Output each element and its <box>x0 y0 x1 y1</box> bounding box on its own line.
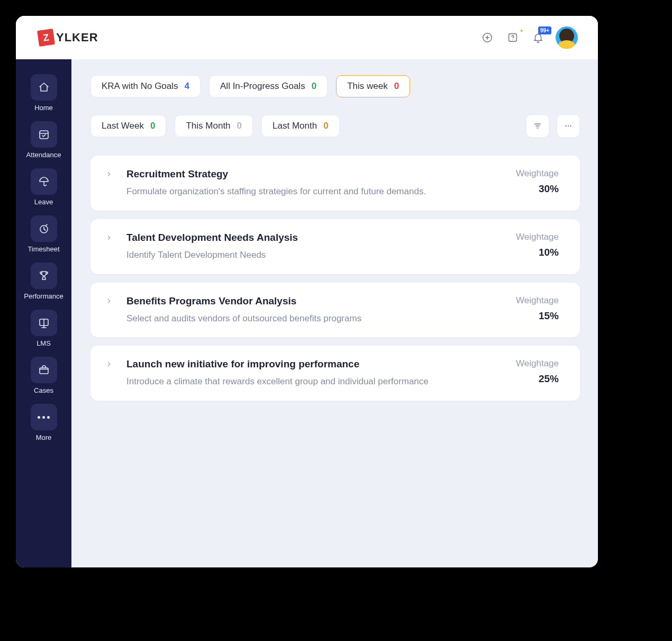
filter-chip[interactable]: Last Week0 <box>90 115 166 137</box>
filter-chip-label: This Month <box>186 121 230 131</box>
trophy-icon <box>38 269 50 282</box>
body: HomeAttendanceLeaveTimesheetPerformanceL… <box>16 59 598 567</box>
kra-description: Formulate organization's staffing strate… <box>126 185 485 198</box>
logo[interactable]: Z YLKER <box>38 30 98 46</box>
kra-title: Recruitment Strategy <box>126 168 485 180</box>
weightage-value: 10% <box>495 247 559 258</box>
briefcase-icon <box>38 364 50 376</box>
more-icon <box>38 416 50 419</box>
expand-toggle[interactable] <box>105 360 116 370</box>
filter-chip-label: Last Month <box>273 121 317 131</box>
app-frame: Z YLKER ✦ 99+ HomeAttendanceLeaveTimeshe… <box>16 16 598 567</box>
filter-chip-label: KRA with No Goals <box>102 81 178 92</box>
kra-card-body: Benefits Programs Vendor AnalysisSelect … <box>126 295 485 325</box>
svg-point-19 <box>570 125 571 127</box>
kra-card-body: Talent Development Needs AnalysisIdentif… <box>126 232 485 261</box>
kra-weightage: Weightage25% <box>495 358 559 385</box>
kra-title: Benefits Programs Vendor Analysis <box>126 295 485 307</box>
filter-bar: KRA with No Goals4All In-Progress Goals0… <box>90 75 580 138</box>
board-icon <box>38 317 50 329</box>
kra-card-body: Recruitment StrategyFormulate organizati… <box>126 168 485 198</box>
filter-chip[interactable]: Last Month0 <box>261 115 340 137</box>
logo-text: YLKER <box>56 31 98 44</box>
filter-button[interactable] <box>526 114 549 138</box>
svg-point-4 <box>512 40 513 40</box>
sidebar-item-timesheet[interactable]: Timesheet <box>20 215 68 259</box>
kra-card: Talent Development Needs AnalysisIdentif… <box>90 219 580 274</box>
sidebar-item-label: Attendance <box>26 151 61 159</box>
expand-toggle[interactable] <box>105 234 116 243</box>
filter-chip[interactable]: This week0 <box>336 75 410 97</box>
kra-card: Launch new initiative for improving perf… <box>90 346 580 401</box>
umbrella-icon <box>38 175 50 188</box>
svg-point-18 <box>568 125 569 127</box>
filter-chip-count: 0 <box>323 121 328 131</box>
header: Z YLKER ✦ 99+ <box>16 16 598 59</box>
logo-mark-icon: Z <box>37 29 55 47</box>
kra-weightage: Weightage15% <box>495 295 559 322</box>
filter-chip-count: 0 <box>237 121 242 131</box>
sidebar-item-label: More <box>36 434 52 441</box>
filter-chip-count: 0 <box>150 121 155 131</box>
weightage-value: 30% <box>495 183 559 195</box>
expand-toggle[interactable] <box>105 170 116 180</box>
filter-chip-count: 4 <box>185 81 189 92</box>
sidebar-item-attendance[interactable]: Attendance <box>20 121 68 165</box>
header-actions: ✦ 99+ <box>479 26 578 49</box>
kra-description: Select and audits vendors of outsourced … <box>126 312 485 325</box>
filter-icon <box>533 121 542 131</box>
avatar[interactable] <box>556 26 578 49</box>
kra-title: Talent Development Needs Analysis <box>126 232 485 243</box>
filter-chip[interactable]: This Month0 <box>175 115 253 137</box>
kra-list: Recruitment StrategyFormulate organizati… <box>90 156 580 401</box>
kra-card: Benefits Programs Vendor AnalysisSelect … <box>90 283 580 338</box>
chevron-right-icon <box>105 360 113 368</box>
notifications-button[interactable]: 99+ <box>530 30 546 46</box>
chevron-right-icon <box>105 170 113 178</box>
chevron-right-icon <box>105 297 113 305</box>
kra-weightage: Weightage10% <box>495 232 559 258</box>
add-button[interactable] <box>479 30 495 46</box>
filter-chip-count: 0 <box>394 81 399 92</box>
sidebar-item-label: Cases <box>34 386 53 394</box>
sidebar-item-label: Performance <box>24 292 63 300</box>
more-h-icon <box>564 121 573 131</box>
clock-icon <box>38 222 50 235</box>
sidebar-item-home[interactable]: Home <box>20 74 68 118</box>
weightage-label: Weightage <box>495 168 559 179</box>
more-actions-button[interactable] <box>557 114 580 138</box>
sidebar-item-performance[interactable]: Performance <box>20 263 68 306</box>
expand-toggle[interactable] <box>105 297 116 307</box>
kra-description: Identify Talent Development Needs <box>126 249 485 261</box>
sidebar-item-lms[interactable]: LMS <box>20 310 68 354</box>
svg-rect-12 <box>40 368 48 374</box>
filter-actions <box>526 114 580 138</box>
svg-point-17 <box>565 125 566 127</box>
notification-badge: 99+ <box>538 26 551 34</box>
sidebar: HomeAttendanceLeaveTimesheetPerformanceL… <box>16 59 71 567</box>
sidebar-item-label: Leave <box>34 198 53 206</box>
help-button[interactable]: ✦ <box>505 30 521 46</box>
weightage-label: Weightage <box>495 232 559 242</box>
filter-chip[interactable]: KRA with No Goals4 <box>90 75 201 97</box>
sidebar-item-label: Timesheet <box>28 245 59 253</box>
sidebar-item-label: Home <box>34 104 53 112</box>
weightage-label: Weightage <box>495 358 559 369</box>
filter-chip[interactable]: All In-Progress Goals0 <box>209 75 328 97</box>
plus-circle-icon <box>482 32 493 43</box>
filter-chip-label: All In-Progress Goals <box>220 81 305 92</box>
filter-chip-label: Last Week <box>102 121 144 131</box>
filter-chip-label: This week <box>347 81 388 92</box>
sidebar-item-cases[interactable]: Cases <box>20 357 68 401</box>
sidebar-item-more[interactable]: More <box>20 404 68 448</box>
weightage-value: 15% <box>495 310 559 322</box>
kra-description: Introduce a climate that rewards excelle… <box>126 375 485 388</box>
sidebar-item-label: LMS <box>37 339 51 347</box>
sidebar-item-leave[interactable]: Leave <box>20 168 68 212</box>
kra-card: Recruitment StrategyFormulate organizati… <box>90 156 580 211</box>
home-icon <box>38 81 50 94</box>
help-icon <box>507 32 519 43</box>
sparkle-icon: ✦ <box>519 28 524 34</box>
filter-chip-count: 0 <box>312 81 316 92</box>
kra-title: Launch new initiative for improving perf… <box>126 358 485 370</box>
